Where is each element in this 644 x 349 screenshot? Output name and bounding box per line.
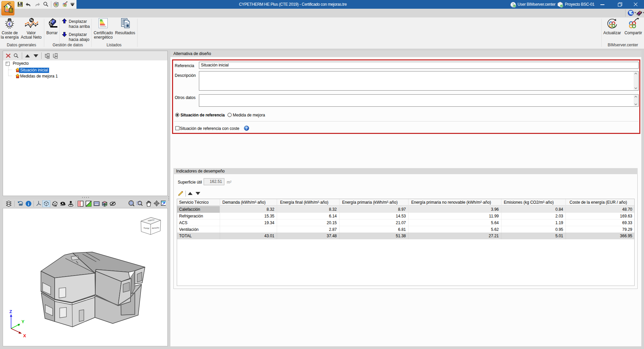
- svg-text:%: %: [30, 18, 33, 22]
- svg-text:?: ?: [639, 11, 641, 14]
- svg-text:HE: HE: [9, 10, 12, 12]
- svg-text:X: X: [23, 333, 26, 338]
- svg-text:Z: Z: [9, 309, 12, 314]
- svg-text:3D: 3D: [19, 203, 23, 206]
- svg-text:Y: Y: [21, 319, 24, 324]
- svg-text:€: €: [8, 22, 11, 27]
- svg-text:?: ?: [246, 127, 248, 130]
